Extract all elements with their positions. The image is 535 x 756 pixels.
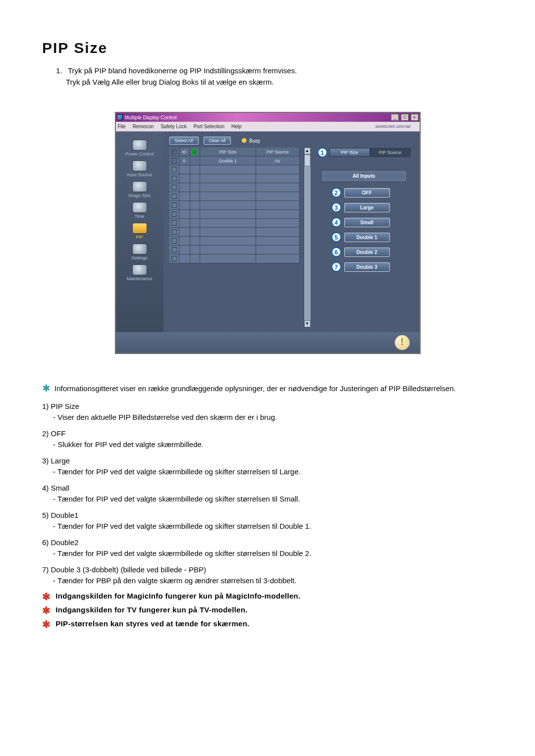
tab-pip-size[interactable]: PIP Size	[329, 148, 370, 157]
note-label: 4) Small	[42, 483, 493, 494]
grid-header-id: ID	[179, 148, 190, 156]
main-pane: Select All Clear All Busy ID PIP Size PI…	[163, 132, 420, 332]
option-double1-button[interactable]: Double 1	[344, 233, 390, 242]
star-icon: ✱	[42, 605, 51, 615]
note-label: 1) PIP Size	[42, 401, 493, 412]
sidebar-item-pip[interactable]: PIP	[116, 220, 163, 241]
power-icon	[132, 140, 147, 151]
note-label: 2) OFF	[42, 428, 493, 440]
star-icon: ✱	[42, 592, 51, 602]
grid-row-empty	[169, 228, 300, 237]
option-large-button[interactable]: Large	[344, 203, 390, 212]
bold-note: ✱ Indgangskilden for MagicInfo fungerer …	[42, 592, 493, 602]
intro-line-1: Tryk på PIP bland hovedikonerne og PIP I…	[68, 66, 297, 75]
note-label: 5) Double1	[42, 510, 493, 521]
warning-icon	[395, 335, 410, 350]
grid-row-empty	[169, 201, 300, 210]
note-desc: - Tænder for PIP ved det valgte skærmbil…	[42, 494, 493, 505]
info-note-text: Informationsgitteret viser en række grun…	[54, 383, 456, 394]
scroll-up-icon[interactable]: ▲	[304, 148, 311, 154]
minimize-button[interactable]: _	[391, 114, 399, 121]
row-status	[190, 156, 200, 165]
all-inputs-header: All Inputs	[322, 171, 406, 181]
sidebar-item-image-size[interactable]: Image Size	[116, 178, 163, 199]
option-off-button[interactable]: OFF	[344, 188, 390, 198]
close-button[interactable]: ×	[411, 114, 419, 121]
toolbar: Select All Clear All Busy	[169, 137, 414, 145]
option-double3-button[interactable]: Double 3	[344, 262, 390, 272]
busy-label: Busy	[249, 138, 260, 144]
menu-help[interactable]: Help	[231, 124, 242, 129]
note-desc: - Tænder for PIP ved det valgte skærmbil…	[42, 466, 493, 478]
busy-indicator: Busy	[242, 138, 260, 144]
note-label: 3) Large	[42, 455, 493, 467]
right-options-panel: 1 PIP Size PIP Source All Inputs 2 OFF 3…	[315, 148, 414, 327]
sidebar-item-label: Time	[116, 214, 163, 219]
callout-1: 1	[318, 148, 327, 157]
bold-note: ✱ Indgangskilden for TV fungerer kun på …	[42, 605, 493, 615]
callout-number: 3	[331, 202, 341, 212]
menu-port-selection[interactable]: Port Selection	[194, 124, 224, 129]
page-heading: PIP Size	[42, 40, 493, 56]
app-window: Multiple Display Control _ □ × File Remo…	[115, 112, 420, 353]
scroll-down-icon[interactable]: ▼	[304, 320, 311, 327]
sidebar-item-label: PIP	[116, 235, 163, 240]
window-title: Multiple Display Control	[125, 115, 390, 120]
grid-header-row: ID PIP Size PIP Source	[169, 148, 300, 156]
callout-number: 6	[331, 247, 341, 257]
note-desc: - Viser den aktuelle PIP Billedstørrelse…	[42, 412, 493, 423]
callout-number: 2	[331, 188, 341, 198]
sidebar-item-label: Input Source	[116, 172, 163, 177]
sidebar-item-settings[interactable]: Settings	[116, 241, 163, 261]
grid-header-pip-size: PIP Size	[200, 148, 256, 156]
callout-number: 7	[331, 262, 341, 272]
note-label: 6) Double2	[42, 537, 493, 549]
bold-note-text: PIP-størrelsen kan styres ved at tænde f…	[55, 619, 249, 628]
grid-row-empty	[169, 246, 300, 254]
sidebar-item-maintenance[interactable]: Maintenance	[116, 261, 163, 282]
option-double2-button[interactable]: Double 2	[344, 248, 390, 257]
row-pip-source: AV	[256, 156, 300, 165]
busy-dot-icon	[242, 138, 247, 143]
status-bar	[116, 332, 420, 353]
clear-all-button[interactable]: Clear All	[204, 137, 231, 145]
grid-row-empty	[169, 183, 300, 192]
grid-row[interactable]: 0 Double 1 AV	[169, 156, 300, 165]
note-label: 7) Double 3 (3-dobbelt) (billede ved bil…	[42, 564, 493, 576]
star-icon: ✱	[42, 383, 51, 393]
brand-label: SAMSUNG DIGITall	[375, 124, 410, 129]
grid-row-empty	[169, 219, 300, 228]
row-pip-size: Double 1	[200, 156, 256, 165]
maintenance-icon	[132, 264, 147, 275]
menu-file[interactable]: File	[118, 124, 126, 129]
maximize-button[interactable]: □	[401, 114, 409, 121]
scroll-thumb[interactable]	[304, 154, 311, 166]
row-id: 0	[179, 156, 190, 165]
sidebar-item-input-source[interactable]: Input Source	[116, 157, 163, 178]
titlebar: Multiple Display Control _ □ ×	[116, 113, 420, 122]
grid-header-pip-source: PIP Source	[256, 148, 300, 156]
select-all-button[interactable]: Select All	[169, 137, 199, 145]
tab-pip-source[interactable]: PIP Source	[370, 148, 411, 157]
intro-number: 1.	[56, 65, 66, 77]
grid-scrollbar[interactable]: ▲ ▼	[304, 148, 311, 327]
grid-header-check[interactable]	[169, 148, 179, 156]
callout-number: 5	[331, 232, 341, 242]
bold-note: ✱ PIP-størrelsen kan styres ved at tænde…	[42, 619, 493, 629]
row-checkbox[interactable]	[169, 156, 179, 165]
option-small-button[interactable]: Small	[344, 218, 390, 227]
pip-icon	[132, 223, 147, 234]
sidebar-item-time[interactable]: Time	[116, 199, 163, 220]
window-icon	[117, 114, 123, 120]
note-desc: - Tænder for PBP på den valgte skærm og …	[42, 575, 493, 587]
menu-remocon[interactable]: Remocon	[133, 124, 154, 129]
numbered-explanations: 1) PIP Size- Viser den aktuelle PIP Bill…	[42, 401, 493, 587]
intro-paragraph: 1. Tryk på PIP bland hovedikonerne og PI…	[56, 65, 493, 88]
menu-safety-lock[interactable]: Safety Lock	[160, 124, 186, 129]
sidebar: Power Control Input Source Image Size Ti…	[116, 132, 163, 332]
menubar: File Remocon Safety Lock Port Selection …	[116, 122, 420, 132]
bold-note-text: Indgangskilden for TV fungerer kun på TV…	[55, 605, 248, 614]
status-dot-icon	[193, 158, 197, 163]
sidebar-item-power-control[interactable]: Power Control	[116, 137, 163, 157]
time-icon	[132, 202, 147, 213]
